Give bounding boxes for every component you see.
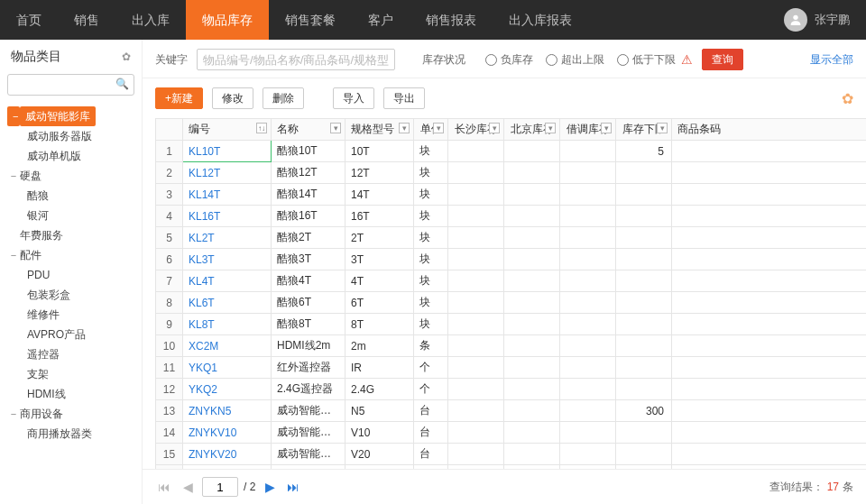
- tree-child[interactable]: 商用播放器类: [7, 424, 142, 444]
- tree-child[interactable]: 支架: [7, 364, 142, 384]
- sort-icon[interactable]: ↑↓: [256, 123, 267, 133]
- table-row[interactable]: 8KL6T酷狼6T6T块: [156, 292, 867, 314]
- cell-code[interactable]: XC2M: [183, 335, 272, 357]
- page-input[interactable]: [202, 477, 238, 497]
- nav-item-1[interactable]: 销售: [58, 0, 115, 40]
- tree-toggle-icon[interactable]: −: [7, 106, 20, 126]
- tree-child[interactable]: PDU: [7, 265, 142, 285]
- table-row[interactable]: 11YKQ1红外遥控器IR个: [156, 357, 867, 379]
- table-row[interactable]: 5KL2T酷狼2T2T块: [156, 227, 867, 249]
- nav-item-2[interactable]: 出入库: [115, 0, 186, 40]
- table-row[interactable]: 12YKQ22.4G遥控器2.4G个: [156, 379, 867, 400]
- cell-code[interactable]: KL8T: [183, 314, 272, 335]
- filter-icon[interactable]: ▾: [545, 123, 556, 133]
- tree-toggle-icon[interactable]: −: [7, 166, 20, 186]
- tree-node[interactable]: −配件: [7, 245, 142, 265]
- table-row[interactable]: 2KL12T酷狼12T12T块: [156, 162, 867, 184]
- first-page-button[interactable]: ⏮: [155, 478, 173, 496]
- cell-code[interactable]: KL3T: [183, 249, 272, 270]
- tree-node[interactable]: −商用设备: [7, 404, 142, 424]
- tree-child[interactable]: 包装彩盒: [7, 285, 142, 305]
- nav-item-0[interactable]: 首页: [0, 0, 58, 40]
- nav-item-6[interactable]: 销售报表: [410, 0, 493, 40]
- keyword-input[interactable]: [197, 49, 395, 70]
- sidebar-settings-icon[interactable]: ✿: [122, 50, 131, 63]
- col-header[interactable]: 单位▾: [414, 119, 448, 141]
- cell-code[interactable]: KL4T: [183, 270, 272, 292]
- table-row[interactable]: 15ZNYKV20威动智能影库V20V20台: [156, 444, 867, 465]
- filter-icon[interactable]: ▾: [657, 123, 668, 133]
- export-button[interactable]: 导出: [383, 87, 425, 109]
- cell-code[interactable]: KL6T: [183, 292, 272, 314]
- col-header[interactable]: 规格型号▾: [345, 119, 414, 141]
- table-row[interactable]: 3KL14T酷狼14T14T块: [156, 184, 867, 206]
- cell-code[interactable]: KL16T: [183, 206, 272, 227]
- tree-node[interactable]: −威动智能影库: [7, 106, 142, 126]
- query-button[interactable]: 查询: [702, 49, 743, 70]
- import-button[interactable]: 导入: [333, 87, 374, 109]
- col-header[interactable]: 名称▾: [272, 119, 345, 141]
- tree-node[interactable]: −硬盘: [7, 166, 142, 186]
- user-avatar[interactable]: [784, 8, 807, 32]
- col-header[interactable]: 库存下限▾: [616, 119, 672, 141]
- cell-code[interactable]: KL10T: [183, 141, 272, 162]
- username-label[interactable]: 张宇鹏: [815, 12, 850, 28]
- cell-code[interactable]: ZNYKN5: [183, 400, 272, 422]
- tree-child[interactable]: HDMI线: [7, 384, 142, 404]
- filter-icon[interactable]: ▾: [399, 123, 410, 133]
- stock-radio-2[interactable]: 低于下限: [617, 52, 676, 68]
- table-row[interactable]: 7KL4T酷狼4T4T块: [156, 270, 867, 292]
- nav-item-7[interactable]: 出入库报表: [493, 0, 588, 40]
- cell-code[interactable]: KL14T: [183, 184, 272, 206]
- table-row[interactable]: 9KL8T酷狼8T8T块: [156, 314, 867, 335]
- tree-child[interactable]: 遥控器: [7, 344, 142, 364]
- cell-code[interactable]: KL2T: [183, 227, 272, 249]
- prev-page-button[interactable]: ◀: [179, 478, 197, 496]
- delete-button[interactable]: 删除: [263, 87, 304, 109]
- table-row[interactable]: 10XC2MHDMI线2m2m条: [156, 335, 867, 357]
- tree-node[interactable]: 年费服务: [7, 225, 142, 245]
- tree-child[interactable]: 维修件: [7, 305, 142, 325]
- tree-child[interactable]: AVPRO产品: [7, 325, 142, 344]
- tree-toggle-icon[interactable]: −: [7, 404, 20, 424]
- filter-icon[interactable]: ▾: [601, 123, 612, 133]
- col-header[interactable]: 编号↑↓: [183, 119, 272, 141]
- tree-toggle-icon[interactable]: −: [7, 245, 20, 265]
- last-page-button[interactable]: ⏭: [284, 478, 302, 496]
- table-settings-icon[interactable]: ✿: [842, 90, 853, 107]
- filter-icon[interactable]: ▾: [433, 123, 444, 133]
- filter-icon[interactable]: ▾: [489, 123, 500, 133]
- stock-radio-0[interactable]: 负库存: [485, 52, 533, 68]
- stock-radio-input[interactable]: [485, 54, 497, 66]
- tree-child[interactable]: 威动服务器版: [7, 126, 142, 146]
- table-row[interactable]: 6KL3T酷狼3T3T块: [156, 249, 867, 270]
- filter-icon[interactable]: ▾: [330, 123, 341, 133]
- cell-code[interactable]: YKQ2: [183, 379, 272, 400]
- edit-button[interactable]: 修改: [212, 87, 253, 109]
- cell-code[interactable]: YKQ1: [183, 357, 272, 379]
- stock-radio-1[interactable]: 超出上限: [546, 52, 604, 68]
- table-row[interactable]: 14ZNYKV10威动智能影库V10V10台: [156, 422, 867, 444]
- cell-code[interactable]: ZNYKV20: [183, 444, 272, 465]
- table-row[interactable]: 1KL10T酷狼10T10T块5: [156, 141, 867, 162]
- stock-radio-input[interactable]: [617, 54, 629, 66]
- col-header[interactable]: 商品条码▾: [672, 119, 867, 141]
- nav-item-3[interactable]: 物品库存: [186, 0, 269, 40]
- stock-radio-input[interactable]: [546, 54, 557, 66]
- table-row[interactable]: 13ZNYKN5威动智能影库N5N5台300: [156, 400, 867, 422]
- nav-item-5[interactable]: 客户: [352, 0, 410, 40]
- show-all-link[interactable]: 显示全部: [810, 52, 853, 68]
- col-header[interactable]: 北京库存▾: [504, 119, 560, 141]
- new-button[interactable]: +新建: [155, 87, 203, 109]
- tree-child[interactable]: 酷狼: [7, 186, 142, 206]
- tree-child[interactable]: 威动单机版: [7, 146, 142, 166]
- cell-code[interactable]: ZNYKV10: [183, 422, 272, 444]
- cell-code[interactable]: KL12T: [183, 162, 272, 184]
- col-header[interactable]: 长沙库存▾: [448, 119, 504, 141]
- next-page-button[interactable]: ▶: [261, 478, 279, 496]
- table-row[interactable]: 4KL16T酷狼16T16T块: [156, 206, 867, 227]
- col-header[interactable]: 借调库存▾: [560, 119, 616, 141]
- tree-child[interactable]: 银河: [7, 206, 142, 225]
- nav-item-4[interactable]: 销售套餐: [269, 0, 352, 40]
- sidebar-search-input[interactable]: [7, 74, 134, 96]
